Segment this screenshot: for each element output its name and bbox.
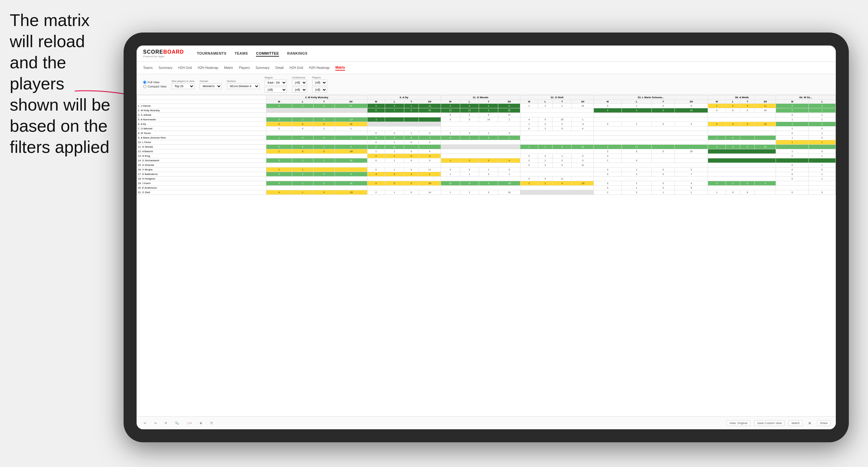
region-sub-select[interactable]: (All): [265, 87, 287, 93]
cell: 10: [441, 108, 460, 113]
cell: -33: [335, 190, 367, 195]
tablet-device: SCOREBOARD Powered by clippd TOURNAMENTS…: [124, 33, 849, 442]
cell: 0: [385, 104, 404, 108]
cell: 0: [652, 181, 675, 186]
cell: 0: [418, 131, 441, 135]
nav-item-teams[interactable]: TEAMS: [235, 51, 248, 57]
player-name: 12. A Bianchi: [137, 149, 266, 154]
player-name: 10. L Perini: [137, 140, 266, 145]
compact-view-label: Compact View: [148, 85, 166, 88]
cell: 25: [553, 117, 572, 122]
share-button[interactable]: Share: [817, 420, 831, 426]
cell: [652, 158, 675, 163]
subnav-h2h-grid2[interactable]: H2H Grid: [289, 65, 303, 70]
redo-button[interactable]: ↪: [152, 421, 159, 426]
subnav-h2h-heatmap2[interactable]: H2H Heatmap: [309, 65, 330, 70]
extra-options-button[interactable]: ⊞: [807, 421, 813, 426]
cell: 1: [460, 190, 479, 195]
nav-item-committee[interactable]: COMMITTEE: [256, 51, 279, 57]
watch-button[interactable]: Watch: [789, 420, 803, 426]
subnav-h2h-grid[interactable]: H2H Grid: [178, 65, 192, 70]
view-original-button[interactable]: View: Original: [726, 420, 750, 426]
cell: 1: [553, 104, 572, 108]
cell: 0: [266, 145, 292, 149]
cell: 0: [652, 104, 675, 108]
full-view-option[interactable]: Full View: [143, 81, 166, 84]
cell: 0: [776, 167, 808, 172]
zoom-reset-button[interactable]: □-+: [185, 421, 194, 426]
cell: 4: [572, 126, 594, 131]
cell: 1: [652, 190, 675, 195]
refresh-button[interactable]: ↺: [163, 421, 169, 426]
subnav-matrix2[interactable]: Matrix: [335, 65, 345, 70]
cell: -35: [498, 181, 520, 186]
cell: 0: [520, 177, 538, 181]
subnav-matrix[interactable]: Matrix: [224, 65, 233, 70]
max-players-select[interactable]: Top 25 Top 50 All: [172, 83, 194, 89]
cell: 1: [367, 149, 385, 154]
cell: 17: [621, 145, 652, 149]
subnav-h2h-heatmap[interactable]: H2H Heatmap: [198, 65, 218, 70]
bottom-toolbar: ↩ ↪ ↺ 🔍- □-+ ⊕ ⏱ View: Original Save Cus…: [136, 416, 836, 429]
zoom-out-button[interactable]: 🔍-: [173, 421, 182, 426]
cell: 4: [675, 181, 708, 186]
cell: 40: [418, 108, 441, 113]
nav-item-tournaments[interactable]: TOURNAMENTS: [197, 51, 227, 57]
conference-sub-select[interactable]: (All): [292, 87, 307, 93]
player-name: 8. M Torres: [137, 131, 266, 135]
cell: 0: [808, 149, 835, 154]
subnav-detail[interactable]: Detail: [275, 65, 284, 70]
matrix-area[interactable]: 2. M Kelly Mulcahy 6. A Dy 11. G Woods 2…: [136, 95, 836, 416]
subnav-teams[interactable]: Teams: [143, 65, 153, 70]
cell: 0: [538, 117, 553, 122]
region-select[interactable]: East - DII (All): [265, 80, 287, 86]
cell: 0: [708, 108, 725, 113]
cell: [335, 167, 367, 172]
cell: 35: [675, 108, 708, 113]
cell: [675, 145, 708, 149]
cell: [266, 186, 367, 190]
timer-button[interactable]: ⏱: [208, 421, 215, 426]
cell: 9: [740, 190, 755, 195]
cell: [441, 186, 520, 190]
division-select[interactable]: NCAA Division II NCAA Division I NCAA Di…: [227, 83, 259, 89]
players-select[interactable]: (All): [312, 80, 327, 86]
sh-l3: L: [460, 100, 479, 104]
subnav-summary2[interactable]: Summary: [256, 65, 270, 70]
cell: 1: [292, 104, 313, 108]
cell: 11: [553, 177, 572, 181]
cell: 0: [776, 131, 808, 135]
zoom-in-button[interactable]: ⊕: [198, 421, 204, 426]
cell: 0: [479, 135, 498, 140]
undo-button[interactable]: ↩: [142, 421, 148, 426]
player-name: 2. M Kelly Mulcahy: [137, 108, 266, 113]
cell: 1: [808, 163, 835, 167]
full-view-label: Full View: [148, 81, 159, 84]
conference-select[interactable]: (All): [292, 80, 307, 86]
cell: 1: [404, 104, 418, 108]
subnav-players[interactable]: Players: [239, 65, 250, 70]
save-custom-view-button[interactable]: Save Custom View: [754, 420, 785, 426]
gender-select[interactable]: Women's Men's: [200, 83, 222, 89]
table-row: 17. D Ballesteros 3105 -2031 1101 0207 0…: [137, 172, 836, 177]
players-sub-select[interactable]: (All): [312, 87, 327, 93]
cell: 4: [367, 181, 385, 186]
cell: 7: [385, 108, 404, 113]
cell: 1: [621, 181, 652, 186]
cell: 1: [479, 104, 498, 108]
nav-item-rankings[interactable]: RANKINGS: [287, 51, 308, 57]
sh-d1: Dif: [335, 100, 367, 104]
cell: 0: [292, 135, 313, 140]
compact-view-option[interactable]: Compact View: [143, 85, 166, 88]
sh-d6: Dif: [755, 100, 776, 104]
cell: 2: [621, 172, 652, 177]
cell: 0: [460, 167, 479, 172]
cell: 0: [498, 104, 520, 108]
players-filter: Players (All) (All): [312, 76, 327, 93]
player-name: 13. N Klug: [137, 154, 266, 158]
cell: 0: [404, 140, 418, 145]
cell: 2: [538, 122, 553, 126]
cell: 0: [367, 108, 385, 113]
sh-d3: Dif: [498, 100, 520, 104]
subnav-summary[interactable]: Summary: [158, 65, 173, 70]
